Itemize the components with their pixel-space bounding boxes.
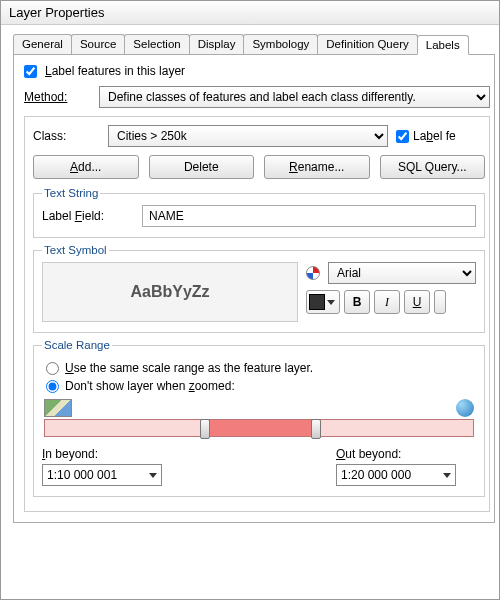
- out-beyond-label: Out beyond:: [336, 447, 476, 461]
- chevron-down-icon: [327, 300, 335, 305]
- rename-button[interactable]: Rename...: [264, 155, 370, 179]
- delete-button[interactable]: Delete: [149, 155, 255, 179]
- class-inner-panel: Class: Cities > 250k Label fe Add... Del…: [24, 116, 490, 512]
- label-features-checkbox[interactable]: [24, 65, 37, 78]
- scale-range-legend: Scale Range: [42, 339, 112, 351]
- tab-definition-query[interactable]: Definition Query: [317, 34, 417, 54]
- font-color-picker[interactable]: [306, 290, 340, 314]
- color-swatch-icon: [309, 294, 325, 310]
- class-button-row: Add... Delete Rename... SQL Query...: [33, 155, 485, 179]
- tab-display[interactable]: Display: [189, 34, 245, 54]
- out-beyond-combo[interactable]: 1:20 000 000: [336, 464, 456, 486]
- scale-dont-show-label: Don't show layer when zoomed:: [65, 379, 235, 393]
- scale-same-label: Use the same scale range as the feature …: [65, 361, 313, 375]
- dialog-title: Layer Properties: [1, 1, 499, 25]
- labels-panel: Label features in this layer Method: Def…: [13, 54, 495, 523]
- class-label-features-label: Label fe: [413, 129, 456, 143]
- in-beyond-label: In beyond:: [42, 447, 182, 461]
- scale-bounds-row: In beyond: 1:10 000 001 Out beyond: 1:20…: [42, 447, 476, 486]
- font-flag-icon: [306, 266, 320, 280]
- dialog-content: General Source Selection Display Symbolo…: [1, 25, 499, 599]
- scale-slider: [44, 399, 474, 437]
- scale-track[interactable]: [44, 419, 474, 437]
- tab-symbology[interactable]: Symbology: [243, 34, 318, 54]
- more-text-button[interactable]: [434, 290, 446, 314]
- scale-track-fill: [205, 420, 315, 436]
- in-beyond-value: 1:10 000 001: [47, 468, 117, 482]
- tab-strip: General Source Selection Display Symbolo…: [13, 34, 495, 55]
- map-thumbnail-icon: [44, 399, 72, 417]
- label-features-label: Label features in this layer: [45, 64, 185, 78]
- scale-range-group: Scale Range Use the same scale range as …: [33, 339, 485, 497]
- label-field-label: Label Field:: [42, 209, 142, 223]
- in-beyond-combo[interactable]: 1:10 000 001: [42, 464, 162, 486]
- text-symbol-group: Text Symbol AaBbYyZz Arial: [33, 244, 485, 333]
- class-select[interactable]: Cities > 250k: [108, 125, 388, 147]
- tab-general[interactable]: General: [13, 34, 72, 54]
- method-row: Method: Define classes of features and l…: [24, 86, 490, 108]
- class-row: Class: Cities > 250k Label fe: [33, 125, 485, 147]
- scale-thumb-min[interactable]: [200, 419, 210, 439]
- method-label: Method:: [24, 90, 99, 104]
- scale-dont-show-radio[interactable]: [46, 380, 59, 393]
- class-label-features-checkbox[interactable]: [396, 130, 409, 143]
- text-symbol-preview: AaBbYyZz: [42, 262, 298, 322]
- text-string-legend: Text String: [42, 187, 100, 199]
- text-symbol-legend: Text Symbol: [42, 244, 109, 256]
- out-beyond-value: 1:20 000 000: [341, 468, 411, 482]
- tab-source[interactable]: Source: [71, 34, 125, 54]
- text-string-group: Text String Label Field:: [33, 187, 485, 238]
- tab-labels[interactable]: Labels: [417, 35, 469, 55]
- chevron-down-icon: [443, 473, 451, 478]
- bold-button[interactable]: B: [344, 290, 370, 314]
- sql-query-button[interactable]: SQL Query...: [380, 155, 486, 179]
- label-field-input[interactable]: [142, 205, 476, 227]
- layer-properties-dialog: Layer Properties General Source Selectio…: [0, 0, 500, 600]
- label-features-row: Label features in this layer: [24, 64, 490, 78]
- class-label: Class:: [33, 129, 108, 143]
- chevron-down-icon: [149, 473, 157, 478]
- scale-thumb-max[interactable]: [311, 419, 321, 439]
- italic-button[interactable]: I: [374, 290, 400, 314]
- tab-selection[interactable]: Selection: [124, 34, 189, 54]
- font-select[interactable]: Arial: [328, 262, 476, 284]
- globe-icon: [456, 399, 474, 417]
- method-select[interactable]: Define classes of features and label eac…: [99, 86, 490, 108]
- underline-button[interactable]: U: [404, 290, 430, 314]
- add-button[interactable]: Add...: [33, 155, 139, 179]
- scale-same-radio[interactable]: [46, 362, 59, 375]
